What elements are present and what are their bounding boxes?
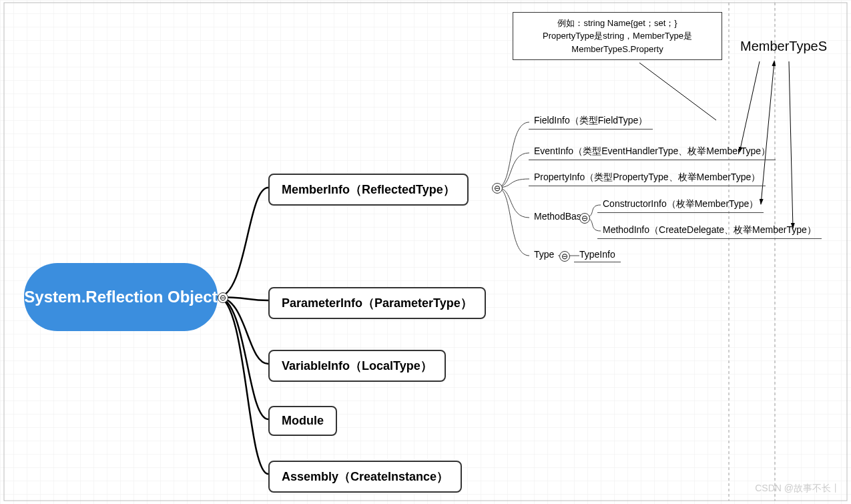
leaf-methodbase[interactable]: MethodBase (534, 211, 587, 222)
watermark: CSDN @故事不长丨 (755, 483, 840, 495)
node-assembly[interactable]: Assembly（CreateInstance） (268, 461, 462, 493)
node-parameterinfo[interactable]: ParameterInfo（ParameterType） (268, 287, 486, 319)
leaf-label: TypeInfo (579, 249, 615, 260)
background-grid (0, 0, 851, 504)
leaf-label: MethodBase (534, 211, 587, 222)
leaf-fieldinfo[interactable]: FieldInfo（类型FieldType） (534, 115, 647, 127)
leaf-label: MethodInfo（CreateDelegate、枚举MemberType） (603, 224, 816, 235)
note-line: PropertyType是string，MemberType是 (543, 29, 692, 43)
node-memberinfo[interactable]: MemberInfo（ReflectedType） (268, 174, 469, 206)
leaf-type[interactable]: Type (534, 249, 554, 260)
leaf-label: ConstructorInfo（枚举MemberType） (603, 198, 758, 209)
note-line: 例如：string Name{get；set；} (557, 17, 677, 30)
toggle-memberinfo[interactable]: ⊖ (492, 183, 503, 194)
node-module[interactable]: Module (268, 406, 337, 436)
root-label: System.Reflection Object (24, 287, 217, 307)
leaf-label: PropertyInfo（类型PropertyType、枚举MemberType… (534, 172, 760, 182)
root-node[interactable]: System.Reflection Object (24, 263, 218, 331)
svg-rect-0 (0, 0, 851, 504)
node-label: Assembly（CreateInstance） (282, 469, 449, 485)
leaf-eventinfo[interactable]: EventInfo（类型EventHandlerType、枚举MemberTyp… (534, 146, 770, 158)
note-line: MemberTypeS.Property (571, 43, 663, 56)
toggle-methodbase[interactable]: ⊖ (579, 213, 590, 224)
leaf-label: EventInfo（类型EventHandlerType、枚举MemberTyp… (534, 146, 770, 156)
node-variableinfo[interactable]: VariableInfo（LocalType） (268, 350, 446, 382)
node-label: VariableInfo（LocalType） (282, 358, 433, 374)
leaf-typeinfo[interactable]: TypeInfo (579, 249, 615, 260)
toggle-root[interactable]: ⊖ (218, 292, 228, 303)
leaf-methodinfo[interactable]: MethodInfo（CreateDelegate、枚举MemberType） (603, 224, 816, 236)
node-label: MemberInfo（ReflectedType） (282, 182, 455, 198)
toggle-type[interactable]: ⊖ (559, 251, 570, 262)
leaf-label: FieldInfo（类型FieldType） (534, 115, 647, 125)
node-label: ParameterInfo（ParameterType） (282, 295, 473, 311)
leaf-label: Type (534, 249, 554, 260)
mindmap-canvas: System.Reflection Object ⊖ MemberInfo（Re… (0, 0, 851, 504)
annotation-note: 例如：string Name{get；set；} PropertyType是st… (513, 12, 722, 60)
leaf-constructorinfo[interactable]: ConstructorInfo（枚举MemberType） (603, 198, 758, 210)
node-label: Module (282, 414, 324, 428)
heading-membertypes: MemberTypeS (740, 39, 827, 54)
leaf-propertyinfo[interactable]: PropertyInfo（类型PropertyType、枚举MemberType… (534, 172, 760, 184)
